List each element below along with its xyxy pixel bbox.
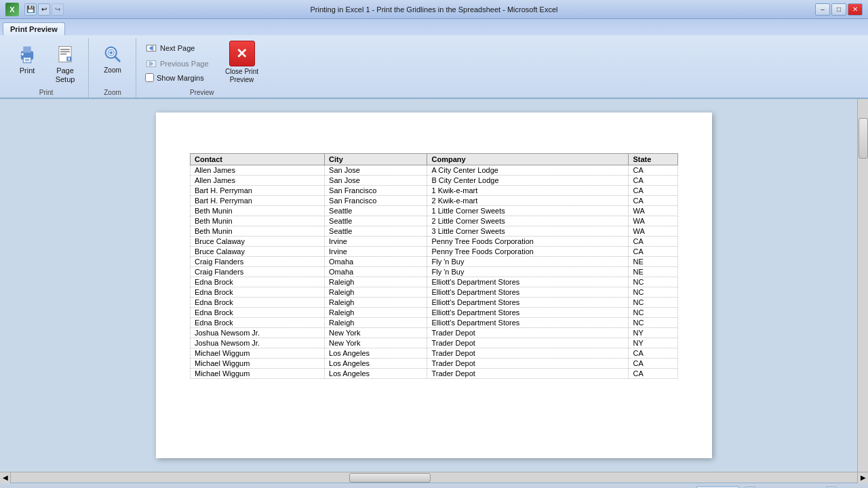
- table-cell: NC: [629, 308, 678, 318]
- table-cell: Seattle: [325, 226, 427, 237]
- undo-icon[interactable]: ↩: [38, 3, 50, 16]
- h-scroll-right-btn[interactable]: ▶: [857, 472, 868, 483]
- table-row: Bruce CalawayIrvinePenny Tree Foods Corp…: [191, 237, 678, 247]
- next-page-label: Next Page: [160, 44, 195, 52]
- print-group-label: Print: [39, 87, 54, 96]
- table-cell: Craig Flanders: [191, 257, 325, 267]
- next-page-button[interactable]: Next Page: [142, 41, 212, 56]
- table-cell: Omaha: [325, 267, 427, 277]
- table-row: Allen JamesSan JoseB City Center LodgeCA: [191, 176, 678, 186]
- minimize-button[interactable]: –: [815, 3, 830, 16]
- table-cell: CA: [629, 348, 678, 359]
- table-cell: B City Center Lodge: [427, 176, 629, 186]
- table-cell: CA: [629, 176, 678, 186]
- svg-rect-7: [60, 49, 70, 50]
- table-cell: Edna Brock: [191, 308, 325, 318]
- redo-icon[interactable]: ↪: [52, 3, 64, 16]
- table-cell: NC: [629, 287, 678, 298]
- window-title: Printing in Excel 1 - Print the Gridline…: [311, 5, 558, 14]
- scroll-thumb[interactable]: [859, 118, 868, 159]
- show-margins-checkbox[interactable]: Show Margins: [142, 72, 212, 83]
- table-cell: Elliott's Department Stores: [427, 318, 629, 328]
- table-cell: NE: [629, 267, 678, 277]
- close-print-preview-label: Close PrintPreview: [225, 68, 258, 84]
- horizontal-scrollbar[interactable]: ◀ ▶: [0, 472, 868, 483]
- page-setup-button[interactable]: PageSetup: [47, 41, 83, 87]
- table-cell: CA: [629, 237, 678, 247]
- table-cell: Fly 'n Buy: [427, 257, 629, 267]
- table-row: Allen JamesSan JoseA City Center LodgeCA: [191, 165, 678, 176]
- print-icon: [16, 43, 38, 65]
- table-row: Edna BrockRaleighElliott's Department St…: [191, 287, 678, 298]
- restore-button[interactable]: □: [831, 3, 846, 16]
- table-cell: CA: [629, 369, 678, 379]
- table-cell: CA: [629, 165, 678, 176]
- table-cell: WA: [629, 226, 678, 237]
- table-cell: NC: [629, 298, 678, 308]
- table-cell: Raleigh: [325, 298, 427, 308]
- print-button[interactable]: Print: [9, 41, 45, 78]
- table-row: Beth MuninSeattle2 Little Corner SweetsW…: [191, 216, 678, 226]
- table-cell: Michael Wiggum: [191, 369, 325, 379]
- table-cell: Trader Depot: [427, 338, 629, 348]
- window-controls: – □ ✕: [815, 3, 863, 16]
- svg-rect-4: [25, 60, 30, 61]
- tab-print-preview[interactable]: Print Preview: [3, 22, 65, 35]
- table-cell: Edna Brock: [191, 298, 325, 308]
- table-cell: Michael Wiggum: [191, 359, 325, 369]
- svg-rect-2: [23, 58, 31, 63]
- table-cell: Edna Brock: [191, 318, 325, 328]
- table-cell: Elliott's Department Stores: [427, 277, 629, 287]
- h-scroll-thumb[interactable]: [349, 473, 431, 483]
- ribbon-group-print: Print Page: [4, 38, 89, 98]
- table-cell: Irvine: [325, 247, 427, 257]
- table-cell: Raleigh: [325, 287, 427, 298]
- previous-page-label: Previous Page: [160, 60, 209, 68]
- print-label: Print: [20, 66, 35, 75]
- table-row: Edna BrockRaleighElliott's Department St…: [191, 308, 678, 318]
- page-setup-label: PageSetup: [56, 66, 75, 84]
- quick-access-toolbar: 💾 ↩ ↪: [24, 3, 64, 16]
- show-margins-input[interactable]: [145, 73, 154, 82]
- table-row: Bart H. PerrymanSan Francisco2 Kwik-e-ma…: [191, 196, 678, 206]
- previous-page-button[interactable]: Previous Page: [142, 56, 212, 71]
- col-city: City: [325, 154, 427, 165]
- close-print-preview-icon: ✕: [229, 41, 255, 66]
- table-cell: Allen James: [191, 176, 325, 186]
- close-button[interactable]: ✕: [848, 3, 863, 16]
- table-cell: Bart H. Perryman: [191, 196, 325, 206]
- table-cell: WA: [629, 216, 678, 226]
- svg-rect-1: [23, 47, 31, 53]
- table-row: Beth MuninSeattle1 Little Corner SweetsW…: [191, 206, 678, 216]
- table-cell: New York: [325, 338, 427, 348]
- vertical-scrollbar[interactable]: [857, 99, 868, 472]
- save-icon[interactable]: 💾: [24, 3, 37, 16]
- zoom-out-button[interactable]: Zoom Out: [696, 486, 739, 489]
- svg-rect-9: [60, 54, 66, 55]
- close-print-preview-button[interactable]: ✕ Close PrintPreview: [222, 41, 262, 84]
- h-scroll-left-btn[interactable]: ◀: [0, 472, 11, 483]
- table-cell: Trader Depot: [427, 359, 629, 369]
- table-cell: NY: [629, 328, 678, 338]
- h-scroll-track: [11, 472, 857, 483]
- table-cell: 2 Kwik-e-mart: [427, 196, 629, 206]
- table-cell: San Jose: [325, 165, 427, 176]
- status-right: Zoom Out – + 200%: [696, 486, 863, 489]
- svg-point-5: [21, 53, 23, 55]
- zoom-button[interactable]: Zoom: [95, 41, 130, 77]
- table-cell: Los Angeles: [325, 369, 427, 379]
- table-cell: Beth Munin: [191, 206, 325, 216]
- table-row: Craig FlandersOmahaFly 'n BuyNE: [191, 257, 678, 267]
- table-cell: San Francisco: [325, 186, 427, 196]
- table-cell: Seattle: [325, 216, 427, 226]
- next-page-icon: [145, 42, 157, 54]
- table-cell: Fly 'n Buy: [427, 267, 629, 277]
- preview-small-buttons: Next Page Previous Page: [142, 41, 212, 83]
- title-bar-left: X 💾 ↩ ↪: [5, 3, 64, 16]
- table-cell: Irvine: [325, 237, 427, 247]
- table-cell: Penny Tree Foods Corporation: [427, 247, 629, 257]
- app-icon: X: [5, 3, 19, 16]
- table-cell: Raleigh: [325, 308, 427, 318]
- zoom-icon: [102, 43, 123, 65]
- svg-line-15: [115, 56, 119, 61]
